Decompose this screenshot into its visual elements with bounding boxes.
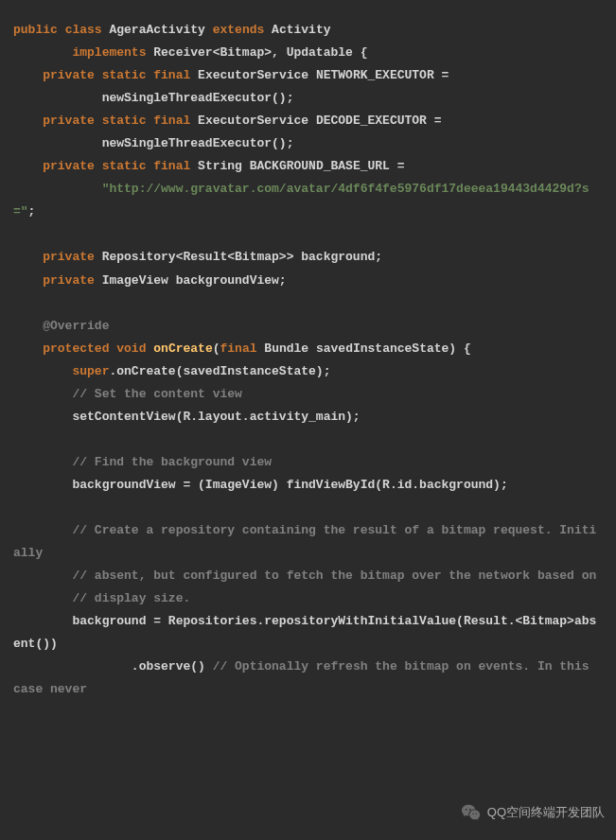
kw-extends: extends [213, 23, 265, 37]
paren: ( [213, 341, 220, 356]
watermark: QQ空间终端开发团队 [461, 802, 605, 823]
annotation-override: @Override [13, 319, 109, 333]
kw-class: class [65, 23, 102, 37]
superclass: Activity [264, 23, 330, 37]
init-network-executor: newSingleThreadExecutor(); [13, 91, 293, 105]
watermark-text: QQ空间终端开发团队 [487, 804, 605, 821]
class-name: AgeraActivity [102, 23, 213, 37]
decl-background-view: ImageView backgroundView; [95, 273, 287, 288]
init-decode-executor: newSingleThreadExecutor(); [13, 136, 293, 150]
wechat-icon [461, 802, 482, 823]
super-call: .onCreate(savedInstanceState); [109, 364, 330, 378]
comment-repo-3: // display size. [13, 591, 190, 605]
kw-static: static [102, 159, 147, 173]
comment-set-content: // Set the content view [13, 387, 242, 401]
param: Bundle savedInstanceState) { [257, 341, 471, 356]
kw-private: private [13, 250, 95, 264]
decl-network-executor: ExecutorService NETWORK_EXECUTOR = [190, 68, 449, 82]
comment-repo-1: // Create a repository containing the re… [13, 523, 596, 560]
set-content-view: setContentView(R.layout.activity_main); [13, 410, 361, 424]
kw-void: void [116, 341, 146, 356]
kw-final: final [220, 341, 257, 356]
kw-static: static [102, 68, 147, 82]
kw-private: private [13, 68, 95, 82]
semicolon: ; [28, 204, 36, 219]
kw-public: public [13, 23, 58, 37]
decl-decode-executor: ExecutorService DECODE_EXECUTOR = [190, 114, 441, 128]
kw-implements: implements [13, 45, 146, 60]
kw-private: private [13, 159, 95, 173]
observe-call: .observe() [13, 659, 213, 674]
decl-background: Repository<Result<Bitmap>> background; [95, 250, 382, 264]
repo-init: background = Repositories.repositoryWith… [13, 614, 596, 651]
interfaces: Receiver<Bitmap>, Updatable { [146, 45, 367, 60]
kw-final: final [153, 159, 190, 173]
comment-repo-2: // absent, but configured to fetch the b… [13, 569, 596, 583]
comment-find-bg: // Find the background view [13, 455, 272, 469]
kw-private: private [13, 273, 95, 288]
method-oncreate: onCreate [153, 341, 212, 356]
kw-static: static [102, 114, 147, 128]
code-block: public class AgeraActivity extends Activ… [0, 0, 616, 720]
string-url: "http://www.gravatar.com/avatar/4df6f4fe… [13, 182, 590, 219]
find-view: backgroundView = (ImageView) findViewByI… [13, 478, 508, 492]
kw-super: super [13, 364, 109, 378]
kw-protected: protected [13, 341, 109, 356]
decl-url: String BACKGROUND_BASE_URL = [190, 159, 404, 173]
kw-private: private [13, 114, 95, 128]
kw-final: final [153, 114, 190, 128]
kw-final: final [153, 68, 190, 82]
